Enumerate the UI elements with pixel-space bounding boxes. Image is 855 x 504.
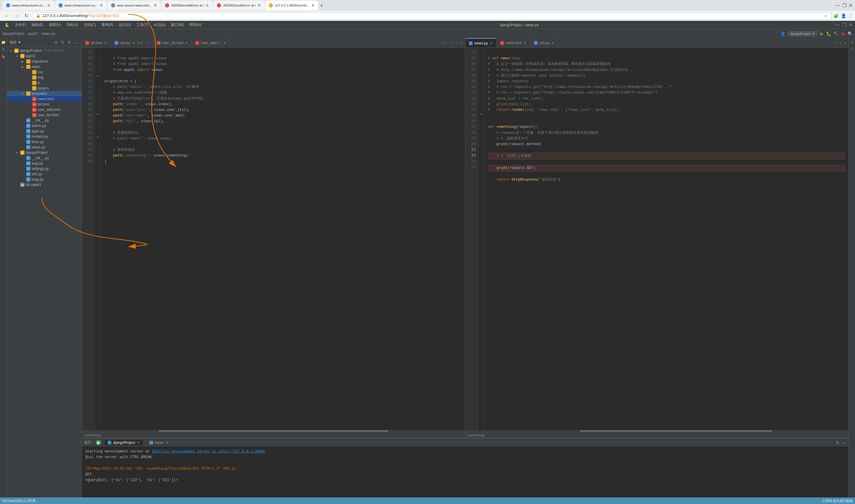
tree-item-app01[interactable]: ▼ A app01 — [7, 53, 82, 59]
tab-close-news[interactable]: ✕ — [524, 41, 526, 45]
tree-item-admin-py[interactable]: P admin.py — [7, 123, 82, 128]
left-scroll-down[interactable]: ∨ — [460, 41, 463, 44]
tree-item-init-py[interactable]: P __init__.py — [7, 118, 82, 123]
menubar-tools[interactable]: 工具(T) — [134, 22, 150, 28]
tab-close-user-list[interactable]: ✕ — [185, 41, 188, 45]
menubar-window[interactable]: 窗口(W) — [169, 22, 186, 28]
tree-item-settings[interactable]: P settings.py — [7, 166, 82, 172]
menubar-code[interactable]: 代码(C) — [82, 22, 99, 28]
tree-item-plugins[interactable]: plugins — [7, 86, 82, 91]
build-icon[interactable]: 🔨 — [834, 31, 839, 36]
left-scroll-up[interactable]: ∧ — [456, 41, 458, 44]
settings-icon[interactable]: ⋮ — [849, 13, 853, 18]
tree-item-css[interactable]: css — [7, 69, 82, 75]
reload-button[interactable]: ↻ — [23, 12, 30, 19]
terminal-tab-django[interactable]: djangoProject ✕ — [105, 440, 143, 445]
terminal-link[interactable]: Starting development server at http://12… — [152, 449, 266, 454]
minimize-icon[interactable]: — — [835, 3, 840, 8]
run-icon[interactable]: ▶ — [820, 31, 824, 36]
menubar-file[interactable]: 文件(F) — [12, 22, 29, 28]
menubar-run[interactable]: 运行(U) — [116, 22, 133, 28]
extension-icon[interactable]: 🧩 — [834, 13, 839, 18]
browser-tab-4[interactable]: JSONDecodeError at / ✕ — [161, 1, 213, 10]
toolbar-user-icon[interactable]: 👤 — [781, 31, 785, 36]
breadcrumb-file[interactable]: views.py — [41, 32, 55, 36]
tab-close-user-add[interactable]: ✕ — [224, 41, 226, 45]
sidebar-collapse-all[interactable]: ⊖ — [54, 39, 58, 45]
project-selector[interactable]: djangoProject ▼ — [788, 31, 818, 36]
close-icon[interactable]: ✕ — [849, 3, 853, 8]
tree-item-user-list-html[interactable]: H user_list.html — [7, 112, 82, 118]
tab-close-5[interactable]: ✕ — [258, 3, 261, 8]
tree-item-tpl-html[interactable]: H tpl.html — [7, 102, 82, 107]
tree-item-models-py[interactable]: P models.py — [7, 134, 82, 139]
terminal-tab-views[interactable]: views ✕ — [146, 440, 172, 445]
tree-item-templates[interactable]: ▼ templates — [7, 91, 82, 96]
left-code-area[interactable]: # from app01 import views # from app01 i… — [101, 48, 465, 430]
tree-item-img[interactable]: img — [7, 75, 82, 80]
ide-restore-icon[interactable]: ❐ — [842, 22, 847, 28]
tab-close-2[interactable]: ✕ — [100, 3, 103, 8]
tab-news-html[interactable]: news.html ✕ — [497, 38, 530, 48]
terminal-settings-btn[interactable]: ⚙ — [836, 440, 839, 445]
tree-item-wsgi[interactable]: P wsgi.py — [7, 177, 82, 182]
tree-item-migrations[interactable]: ▶ migrations — [7, 59, 82, 64]
tab-close-urls2[interactable]: ✕ — [552, 41, 555, 45]
browser-tab-2[interactable]: www.chinaunicom.co... ✕ — [55, 1, 107, 10]
structure-icon[interactable]: ☰ — [1, 47, 6, 52]
right-icon-2[interactable]: c — [849, 46, 855, 52]
menubar-refactor[interactable]: 重构(R) — [99, 22, 116, 28]
tree-item-static[interactable]: ▶ static — [7, 64, 82, 69]
terminal-tab-close-django[interactable]: ✕ — [137, 440, 140, 445]
tree-item-init2[interactable]: P __init__.py — [7, 155, 82, 161]
terminal-expand-btn[interactable]: — — [842, 440, 846, 445]
tree-item-views-py[interactable]: P views.py — [7, 145, 82, 150]
right-icon-1[interactable]: S — [849, 39, 855, 45]
browser-tab-1[interactable]: www.chinaunicom.co... ✕ — [2, 1, 54, 10]
search-icon[interactable]: 🔍 — [848, 31, 853, 36]
address-bar-input[interactable]: 🔒 127.0.0.1:8000/something/?n1=123&n2=52… — [32, 12, 832, 19]
menubar-vcs[interactable]: VCS(S) — [151, 22, 168, 28]
debug-icon[interactable]: 🐛 — [826, 31, 831, 36]
sidebar-close[interactable]: — — [74, 39, 79, 45]
bookmark-icon[interactable]: 🔖 — [1, 54, 6, 60]
tree-item-tests-py[interactable]: P tests.py — [7, 139, 82, 145]
tab-urls2[interactable]: urls.py ✕ — [530, 38, 558, 48]
ide-close-icon[interactable]: ✕ — [849, 22, 853, 28]
tab-close-urls[interactable]: ✕ — [132, 41, 135, 45]
tab-close-views[interactable]: ✕ — [490, 41, 493, 45]
new-tab-button[interactable]: + — [319, 1, 325, 10]
sidebar-settings[interactable]: ⚙ — [67, 39, 72, 45]
star-icon[interactable]: ☆ — [824, 13, 828, 18]
right-scroll-down[interactable]: ∨ — [844, 41, 846, 44]
tab-urls[interactable]: urls.py ✕ ⚠ 1 ✓ 1 — [111, 38, 153, 48]
tab-close-6[interactable]: ✕ — [311, 3, 315, 8]
menubar-help[interactable]: 帮助(H) — [187, 22, 204, 28]
left-scrollbar[interactable] — [82, 430, 465, 432]
browser-tab-3[interactable]: view-source:www.chin... ✕ — [107, 1, 161, 10]
breadcrumb-app01[interactable]: app01 — [28, 32, 38, 36]
tree-item-db[interactable]: DB db.sqlite3 — [7, 182, 82, 187]
tab-close-4[interactable]: ✕ — [206, 3, 209, 8]
tab-close-1[interactable]: ✕ — [47, 3, 51, 8]
ide-minimize-icon[interactable]: — — [835, 22, 840, 28]
tree-item-apps-py[interactable]: P apps.py — [7, 128, 82, 134]
tab-close-3[interactable]: ✕ — [154, 3, 157, 8]
restore-icon[interactable]: ❐ — [842, 3, 847, 8]
forward-button[interactable]: → — [13, 13, 21, 19]
tree-item-djangoproject2[interactable]: ▼ D djangoProject — [7, 150, 82, 155]
browser-tab-6[interactable]: 127.0.0.1:8000/somet... ✕ — [265, 1, 318, 10]
project-icon[interactable]: 📁 — [1, 39, 6, 45]
tree-item-user-add-html[interactable]: H user_add.html — [7, 107, 82, 112]
tree-item-news-html[interactable]: H news.html — [7, 96, 82, 102]
tab-user-add[interactable]: user_add.h... ✕ — [192, 38, 230, 48]
sidebar-sort[interactable]: ⇅ — [60, 39, 65, 45]
right-scrollbar[interactable] — [465, 430, 849, 432]
back-button[interactable]: ← — [2, 13, 11, 19]
menubar-edit[interactable]: 编辑(E) — [29, 22, 46, 28]
browser-tab-5[interactable]: JSONDecodeError at / ✕ — [213, 1, 265, 10]
right-scroll-up[interactable]: ∧ — [839, 41, 841, 44]
tab-user-list[interactable]: user_list.html ✕ — [153, 38, 192, 48]
stop-icon[interactable]: ⏹ — [841, 31, 845, 36]
terminal-tab-close-views[interactable]: ✕ — [165, 440, 169, 445]
